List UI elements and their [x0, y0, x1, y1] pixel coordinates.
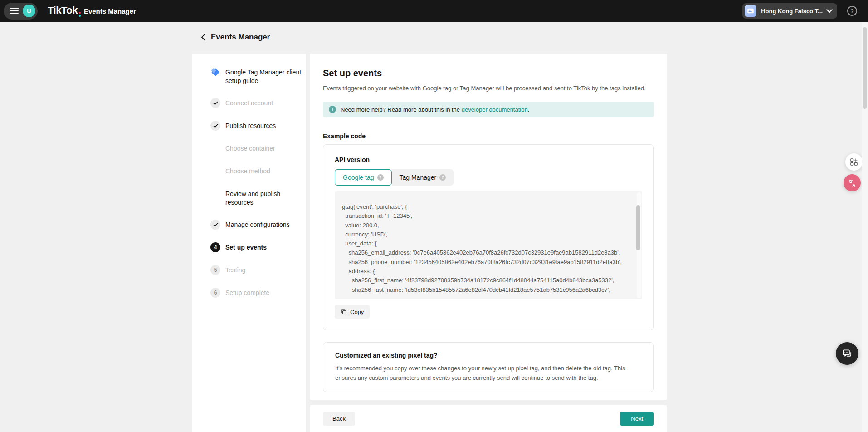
question-tooltip-icon[interactable]: [377, 174, 384, 181]
pixel-card-body: It's recommended you copy over these cha…: [335, 364, 642, 383]
sidebar-item-label: Set up events: [225, 242, 302, 252]
page-title: Set up events: [323, 68, 654, 79]
banner-text: Need more help? Read more about this in …: [341, 106, 529, 113]
code-line: sha256_last_name: 'fd53ef835b15485572a6e…: [342, 285, 630, 295]
help-banner: Need more help? Read more about this in …: [323, 102, 654, 117]
developer-documentation-link[interactable]: developer documentation: [462, 106, 528, 113]
sidebar-item-label: Connect account: [225, 98, 302, 108]
sidebar-item-label: Publish resources: [225, 121, 302, 131]
sidebar-item-connect-account[interactable]: Connect account: [210, 98, 306, 108]
code-scrollbar-track: [637, 192, 641, 298]
example-code-block[interactable]: gtag('event', 'purchase', { transaction_…: [335, 191, 642, 299]
main-content: Set up events Events triggered on your w…: [310, 54, 667, 400]
back-button[interactable]: Back: [323, 412, 355, 426]
sidebar-item-gtm-guide[interactable]: Google Tag Manager client setup guide: [210, 67, 306, 85]
sidebar-item-setup-complete[interactable]: 6 Setup complete: [210, 288, 306, 298]
sidebar-item-set-up-events[interactable]: 4 Set up events: [210, 242, 306, 252]
sidebar-item-label: Choose method: [225, 166, 302, 176]
code-scrollbar-thumb[interactable]: [636, 205, 640, 250]
code-line: user_data: {: [342, 239, 630, 248]
step-icon-spacer: [210, 166, 220, 176]
tiktok-colon-icon: [79, 12, 81, 17]
widgets-icon: [849, 157, 858, 167]
brand-logo[interactable]: TikTok Events Manager: [48, 5, 136, 18]
step-number-badge: 5: [210, 265, 220, 275]
page-scrollbar-track: [862, 22, 868, 432]
tab-tag-manager[interactable]: Tag Manager: [392, 169, 454, 186]
step-number-badge: 4: [210, 242, 220, 252]
copy-button[interactable]: Copy: [335, 305, 370, 319]
info-icon: [329, 106, 336, 113]
pixel-tag-card: Customized an existing pixel tag? It's r…: [323, 342, 654, 392]
widgets-shortcut-button[interactable]: [845, 153, 863, 171]
check-icon: [210, 220, 220, 230]
check-icon: [210, 98, 220, 108]
code-line: currency: 'USD',: [342, 230, 630, 239]
gtm-diamond-icon: [210, 67, 220, 77]
check-icon: [210, 121, 220, 131]
code-line: sha256_phone_number: '123456405862e402eb…: [342, 258, 630, 267]
sidebar-item-testing[interactable]: 5 Testing: [210, 265, 306, 275]
avatar[interactable]: U: [23, 5, 35, 17]
copy-icon: [341, 309, 347, 315]
code-line: value: 200.0,: [342, 221, 630, 230]
api-version-card: API version Google tag Tag Manager gtag(…: [323, 144, 654, 330]
step-number-badge: 6: [210, 288, 220, 298]
sidebar-item-label: Choose container: [225, 143, 302, 153]
copy-button-label: Copy: [350, 309, 364, 315]
page-scrollbar-thumb[interactable]: [863, 27, 867, 109]
chevron-left-icon: [200, 34, 207, 41]
sidebar-item-label: Google Tag Manager client setup guide: [225, 67, 302, 85]
setup-steps-sidebar: Google Tag Manager client setup guide Co…: [192, 54, 306, 432]
chat-support-button[interactable]: [836, 342, 858, 365]
breadcrumb-back[interactable]: Events Manager: [200, 33, 270, 42]
api-version-title: API version: [335, 156, 642, 163]
sidebar-item-label: Setup complete: [225, 288, 302, 298]
code-line: sha256_first_name: '4f23798d92708359b734…: [342, 276, 630, 285]
pixel-card-title: Customized an existing pixel tag?: [335, 352, 642, 359]
breadcrumb-label: Events Manager: [211, 33, 270, 42]
api-version-tabs: Google tag Tag Manager: [335, 169, 642, 186]
code-line: transaction_id: 'T_12345',: [342, 211, 630, 221]
tab-label: Tag Manager: [400, 174, 437, 181]
step-icon-spacer: [210, 143, 220, 153]
events-manager-page: U TikTok Events Manager Hong Kong Falsco…: [0, 0, 868, 432]
account-switcher[interactable]: Hong Kong Falsco T...: [742, 3, 837, 19]
sidebar-item-choose-container[interactable]: Choose container: [210, 143, 306, 153]
sidebar-item-label: Manage configurations: [225, 220, 302, 230]
code-line: address: {: [342, 267, 630, 276]
sidebar-item-label: Review and publish resources: [225, 189, 302, 207]
tiktok-logo-text: TikTok: [48, 5, 78, 16]
example-code-heading: Example code: [323, 133, 654, 140]
sidebar-item-choose-method[interactable]: Choose method: [210, 166, 306, 176]
account-card-icon: [745, 5, 756, 17]
header-right: Hong Kong Falsco T...: [742, 3, 857, 19]
hamburger-menu-icon[interactable]: [10, 8, 19, 14]
page-subtitle: Events triggered on your website with Go…: [323, 85, 654, 92]
account-name: Hong Kong Falsco T...: [761, 8, 823, 15]
nav-menu-pill[interactable]: U: [4, 3, 38, 20]
next-button[interactable]: Next: [620, 412, 654, 426]
translate-button[interactable]: A: [844, 174, 861, 191]
sidebar-item-review-publish[interactable]: Review and publish resources: [210, 189, 306, 207]
wizard-footer: Back Next: [310, 405, 667, 432]
tab-label: Google tag: [343, 174, 374, 181]
help-button[interactable]: [847, 6, 857, 16]
chat-icon: [841, 348, 853, 359]
sidebar-item-manage-configurations[interactable]: Manage configurations: [210, 220, 306, 230]
step-icon-spacer: [210, 189, 220, 199]
svg-text:A: A: [852, 182, 855, 187]
product-name: Events Manager: [84, 7, 136, 15]
chevron-down-icon: [826, 6, 833, 13]
question-tooltip-icon[interactable]: [439, 174, 446, 181]
sidebar-item-publish-resources[interactable]: Publish resources: [210, 121, 306, 131]
code-line: sha256_email_address: '0c7e6a405862e402e…: [342, 248, 630, 257]
code-line: gtag('event', 'purchase', {: [342, 202, 630, 211]
translate-icon: A: [848, 178, 857, 187]
sidebar-item-label: Testing: [225, 265, 302, 275]
tab-google-tag[interactable]: Google tag: [335, 169, 392, 186]
top-header: U TikTok Events Manager Hong Kong Falsco…: [0, 0, 868, 22]
